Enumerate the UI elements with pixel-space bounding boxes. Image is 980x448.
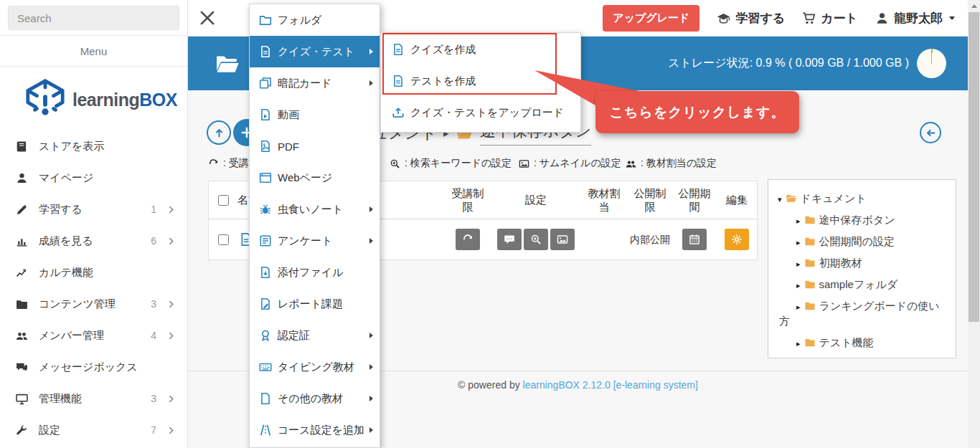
folder-open-icon: [214, 52, 241, 76]
folder-tree-panel: ▾ドキュメント ▸途中保存ボタン ▸公開期間の設定 ▸初期教材 ▸sampleフ…: [768, 179, 956, 358]
scrollbar-up-button[interactable]: [968, 0, 980, 12]
sidebar-item-mypage[interactable]: マイページ: [0, 162, 187, 194]
message-setting-button[interactable]: [497, 229, 522, 250]
footer-version-link[interactable]: learningBOX 2.12.0 [e-learning system]: [523, 379, 698, 391]
storage-pie-chart: [917, 49, 946, 78]
sidebar-item-store[interactable]: ストアを表示: [0, 130, 187, 162]
select-all-checkbox[interactable]: [218, 195, 229, 206]
badge: 3: [151, 393, 156, 404]
sidebar-item-grades[interactable]: 成績を見る6: [0, 225, 187, 257]
chevron-right-icon: [166, 205, 176, 214]
close-menu-button[interactable]: [195, 6, 220, 30]
menu-item-cloze-note[interactable]: 虫食いノート: [250, 194, 380, 225]
caret-right-icon[interactable]: ▸: [796, 281, 801, 290]
user-menu[interactable]: 龍野太郎: [875, 10, 955, 27]
menu-item-webpage[interactable]: Webページ: [250, 162, 380, 194]
col-publish-period: 公開期間: [677, 186, 712, 214]
tree-item[interactable]: ▸sampleフォルダ: [774, 277, 948, 292]
arrow-left-icon: [925, 127, 937, 139]
folder-icon: [804, 257, 816, 268]
thumbnail-button[interactable]: [550, 229, 575, 250]
graduation-cap-icon: [717, 11, 730, 25]
arrow-up-icon: [213, 127, 225, 139]
tree-item[interactable]: ▸初期教材: [774, 255, 948, 270]
menu-item-certificate[interactable]: 認定証: [250, 320, 380, 351]
back-button[interactable]: [920, 122, 941, 143]
bug-icon: [259, 203, 272, 216]
menu-label: Menu: [0, 36, 187, 67]
image-icon: [519, 158, 529, 169]
caret-right-icon[interactable]: ▸: [796, 339, 801, 348]
row-checkbox[interactable]: [218, 234, 229, 245]
tree-item[interactable]: ▸テスト機能: [774, 335, 948, 350]
submenu-arrow-icon: [369, 238, 373, 244]
submenu-arrow-icon: [369, 396, 373, 401]
upload-button[interactable]: [207, 120, 231, 145]
menu-item-other-material[interactable]: その他の教材: [250, 383, 380, 414]
sidebar-item-contents[interactable]: コンテンツ管理3: [0, 288, 187, 320]
upgrade-button[interactable]: アップグレード: [603, 5, 699, 32]
menu-item-pdf[interactable]: PDF: [250, 130, 380, 162]
users-icon: [16, 330, 28, 342]
caret-down-icon: [949, 16, 955, 20]
sidebar-item-learn[interactable]: 学習する1: [0, 194, 187, 225]
road-icon: [259, 424, 272, 437]
user-icon: [16, 172, 28, 184]
col-settings: 設定: [525, 193, 547, 207]
menu-item-course-setting[interactable]: コース設定を追加: [250, 414, 380, 446]
submenu-item-create-quiz[interactable]: クイズを作成: [381, 34, 580, 65]
publish-period-button[interactable]: [682, 229, 707, 250]
scrollbar-thumb[interactable]: [969, 12, 979, 322]
learningbox-logo[interactable]: learningBOX: [0, 67, 187, 130]
col-attendance-limit: 受講制限: [451, 186, 485, 214]
folder-open-icon: [785, 193, 798, 204]
scrollbar[interactable]: [968, 0, 980, 448]
user-name: 龍野太郎: [894, 10, 943, 27]
menu-item-video[interactable]: 動画: [250, 99, 380, 130]
menu-item-survey[interactable]: アンケート: [250, 225, 380, 257]
caret-right-icon[interactable]: ▸: [796, 259, 801, 269]
cart-icon: [802, 11, 816, 25]
logo-learning-text: learning: [72, 90, 139, 110]
file-text-icon: [259, 45, 272, 58]
menu-item-quiz-test[interactable]: クイズ・テスト: [250, 36, 380, 67]
folder-icon: [804, 214, 816, 225]
sidebar-item-settings[interactable]: 設定7: [0, 414, 187, 446]
menu-item-flashcards[interactable]: 暗記カード: [250, 67, 380, 99]
topbar-learn-link[interactable]: 学習する: [717, 10, 785, 27]
topbar-cart-link[interactable]: カート: [802, 10, 858, 27]
menu-item-folder[interactable]: フォルダ: [250, 4, 380, 36]
menu-item-report[interactable]: レポート課題: [250, 288, 380, 320]
search-input[interactable]: [8, 6, 179, 30]
caret-down-icon[interactable]: ▾: [778, 195, 782, 204]
tree-item[interactable]: ▸公開期間の設定: [774, 234, 948, 249]
folder-icon: [804, 236, 816, 247]
menu-item-typing[interactable]: タイピング教材: [250, 351, 380, 383]
image-icon: [557, 234, 568, 245]
folder-icon: [16, 298, 28, 310]
keyboard-icon: [259, 361, 272, 373]
caret-right-icon[interactable]: ▸: [796, 238, 801, 247]
sidebar-item-messagebox[interactable]: メッセージボックス: [0, 351, 187, 383]
tree-item[interactable]: ▸途中保存ボタン: [774, 212, 948, 227]
caret-right-icon[interactable]: ▸: [796, 216, 801, 226]
edit-button[interactable]: [725, 229, 749, 250]
logo-box-text: BOX: [139, 90, 177, 110]
publish-status: 内部公開: [630, 233, 670, 246]
search-keyword-button[interactable]: [524, 229, 548, 250]
book-icon: [16, 140, 28, 153]
sidebar-item-karte[interactable]: カルテ機能: [0, 257, 187, 288]
tree-item[interactable]: ▸ランキングボードの使い方: [774, 298, 948, 328]
col-material-assign: 教材割当: [587, 186, 621, 214]
sidebar-item-members[interactable]: メンバー管理4: [0, 320, 187, 351]
badge: 3: [151, 298, 156, 310]
tree-root[interactable]: ▾ドキュメント: [774, 191, 948, 206]
file-text-icon: [392, 75, 405, 87]
caret-right-icon[interactable]: ▸: [796, 302, 801, 312]
attendance-limit-button[interactable]: [456, 229, 480, 250]
comments-icon: [16, 361, 28, 373]
sidebar-item-admin[interactable]: 管理機能3: [0, 383, 187, 414]
menu-item-attachment[interactable]: 添付ファイル: [250, 257, 380, 288]
file-edit-icon: [259, 297, 272, 310]
folder-icon: [804, 300, 816, 311]
